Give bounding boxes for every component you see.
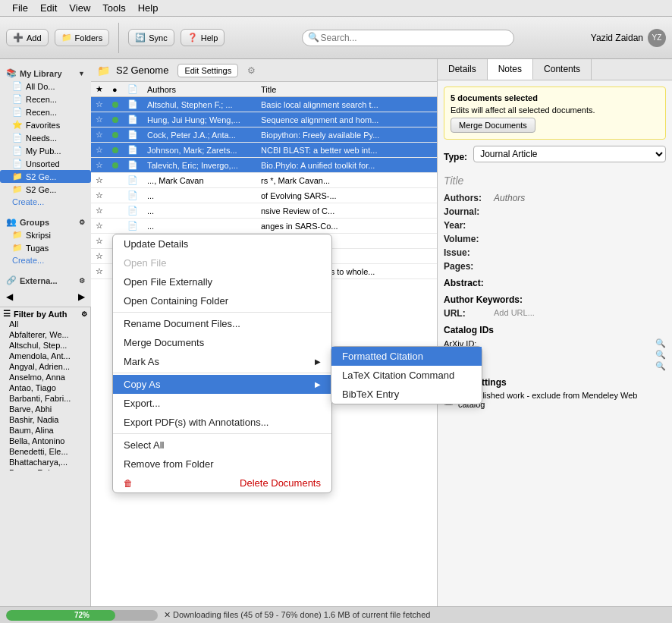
menu-help[interactable]: Help (132, 1, 165, 15)
menu-file[interactable]: File (6, 1, 34, 15)
scroll-left-arrow[interactable]: ◀ (6, 291, 13, 302)
col-header-authors[interactable]: Authors (143, 82, 256, 97)
row-star[interactable]: ☆ (91, 158, 108, 173)
row-star[interactable]: ☆ (91, 203, 108, 219)
edit-settings-button[interactable]: Edit Settings (177, 64, 238, 77)
menu-view[interactable]: View (63, 1, 96, 15)
table-row[interactable]: ☆ 📄 ... of Evolving SARS-... (91, 188, 437, 203)
table-row[interactable]: ☆ 📄 ... nsive Review of C... (91, 203, 437, 219)
context-export-pdf[interactable]: Export PDF(s) with Annotations... (113, 413, 331, 432)
row-star[interactable]: ☆ (91, 219, 108, 234)
context-open-containing-folder[interactable]: Open Containing Folder (113, 291, 331, 310)
row-title: of Evolving SARS-... (256, 188, 437, 203)
url-add[interactable]: Add URL... (494, 308, 535, 317)
sidebar-top: 📚 My Library ▼ 📄 All Do... 📄 Recen... 📄 (0, 59, 90, 307)
tab-notes[interactable]: Notes (488, 59, 533, 80)
filter-item-14[interactable]: Brown, Rebec... (3, 467, 87, 470)
filter-item-12[interactable]: Benedetti, Ele... (3, 446, 87, 457)
context-open-file-externally[interactable]: Open File Externally (113, 272, 331, 291)
context-rename-files[interactable]: Rename Document Files... (113, 314, 331, 333)
filter-item-7[interactable]: Barbanti, Fabri... (3, 393, 87, 404)
table-row[interactable]: ☆ 📄 Altschul, Stephen F.; ... Basic loca… (91, 97, 437, 112)
folders-button[interactable]: 📁 Folders (55, 29, 110, 46)
filter-item-2[interactable]: Altschul, Step... (3, 340, 87, 351)
filter-item-1[interactable]: Abfalterer, We... (3, 329, 87, 340)
filter-item-11[interactable]: Bella, Antonino (3, 436, 87, 446)
context-mark-as[interactable]: Mark As ▶ (113, 352, 331, 371)
filter-item-9[interactable]: Bashir, Nadia (3, 414, 87, 425)
filter-item-8[interactable]: Barve, Abhi (3, 404, 87, 414)
context-delete-documents[interactable]: 🗑 Delete Documents (113, 474, 331, 492)
filter-header[interactable]: ☰ Filter by Auth ⚙ (3, 309, 87, 319)
help-button[interactable]: ❓ Help (181, 29, 225, 46)
context-remove-from-folder[interactable]: Remove from Folder (113, 455, 331, 474)
table-row[interactable]: ☆ 📄 Talevich, Eric; Invergo,... Bio.Phyl… (91, 158, 437, 173)
row-star[interactable]: ☆ (91, 173, 108, 188)
row-star[interactable]: ☆ (91, 127, 108, 143)
sidebar-item-s2genome2[interactable]: 📁 S2 Ge... (0, 183, 91, 196)
sidebar-item-unsorted[interactable]: 📄 Unsorted (0, 157, 91, 170)
sidebar-item-favorites[interactable]: ⭐ Favorites (0, 118, 91, 131)
scroll-right-arrow[interactable]: ▶ (78, 291, 85, 302)
sidebar-item-needs[interactable]: 📄 Needs... (0, 131, 91, 144)
doi-search-icon[interactable]: 🔍 (655, 350, 666, 360)
filter-item-13[interactable]: Bhattacharya,... (3, 457, 87, 467)
add-button[interactable]: ➕ Add (6, 29, 49, 46)
context-open-file[interactable]: Open File (113, 253, 331, 272)
sidebar-item-mypub[interactable]: 📄 My Pub... (0, 144, 91, 157)
merge-documents-button[interactable]: Merge Documents (451, 118, 535, 133)
sidebar-item-tugas[interactable]: 📁 Tugas (0, 241, 91, 254)
filter-icon: ☰ (3, 309, 11, 319)
help-label: Help (201, 33, 218, 42)
row-star[interactable]: ☆ (91, 97, 108, 112)
create-folder-button[interactable]: Create... (0, 196, 91, 208)
info-box-subtitle: Edits will affect all selected documents… (451, 105, 659, 115)
arxiv-search-icon[interactable]: 🔍 (655, 338, 666, 348)
table-row[interactable]: ☆ 📄 ... anges in SARS-Co... (91, 219, 437, 234)
row-star[interactable]: ☆ (91, 143, 108, 158)
filter-item-5[interactable]: Anselmo, Anna (3, 372, 87, 382)
sidebar-item-s2genome1[interactable]: 📁 S2 Ge... (0, 170, 91, 183)
filter-item-all[interactable]: All (3, 319, 87, 329)
context-copy-as[interactable]: Copy As ▶ (113, 375, 331, 394)
filter-item-3[interactable]: Amendola, Ant... (3, 351, 87, 361)
filter-item-4[interactable]: Angyal, Adrien... (3, 361, 87, 372)
sidebar-item-skripsi[interactable]: 📁 Skripsi (0, 228, 91, 241)
folder-sync-icon[interactable]: ⚙ (247, 65, 256, 76)
sidebar-item-alldocs[interactable]: 📄 All Do... (0, 80, 91, 93)
create-group-button[interactable]: Create... (0, 254, 91, 266)
context-export[interactable]: Export... (113, 394, 331, 413)
toolbar-sync-group: 🔄 Sync (128, 29, 174, 46)
sidebar-item-recent2[interactable]: 📄 Recen... (0, 105, 91, 118)
type-select[interactable]: Journal Article (473, 146, 666, 162)
type-row: Type: Journal Article (444, 146, 666, 168)
row-type: 📄 (123, 127, 143, 143)
context-update-details[interactable]: Update Details (113, 234, 331, 253)
row-star[interactable]: ☆ (91, 234, 108, 249)
sync-button[interactable]: 🔄 Sync (128, 29, 174, 46)
menu-edit[interactable]: Edit (34, 1, 63, 15)
table-row[interactable]: ☆ 📄 Cock, Peter J.A.; Anta... Biopython:… (91, 127, 437, 143)
row-star[interactable]: ☆ (91, 112, 108, 127)
tab-contents[interactable]: Contents (533, 59, 592, 80)
pmid-search-icon[interactable]: 🔍 (655, 361, 666, 371)
context-merge-documents[interactable]: Merge Documents (113, 333, 331, 352)
table-row[interactable]: ☆ 📄 ..., Mark Cavan rs *, Mark Cavan... (91, 173, 437, 188)
col-header-title[interactable]: Title (256, 82, 437, 97)
search-input[interactable] (302, 30, 514, 46)
menu-tools[interactable]: Tools (96, 1, 131, 15)
submenu-bibtex-entry[interactable]: BibTeX Entry (331, 385, 482, 404)
table-row[interactable]: ☆ 📄 Johnson, Mark; Zarets... NCBI BLAST:… (91, 143, 437, 158)
sidebar-item-recent1[interactable]: 📄 Recen... (0, 93, 91, 105)
filter-item-6[interactable]: Antao, Tiago (3, 382, 87, 393)
row-star[interactable]: ☆ (91, 188, 108, 203)
submenu-latex-citation[interactable]: LaTeX Citation Command (331, 366, 482, 385)
context-select-all[interactable]: Select All (113, 436, 331, 455)
filter-item-10[interactable]: Baum, Alina (3, 425, 87, 436)
table-row[interactable]: ☆ 📄 Hung, Jui Hung; Weng,... Sequence al… (91, 112, 437, 127)
row-star[interactable]: ☆ (91, 264, 108, 279)
year-row: Year: (444, 220, 666, 231)
row-star[interactable]: ☆ (91, 249, 108, 264)
submenu-formatted-citation[interactable]: Formatted Citation (331, 347, 482, 366)
tab-details[interactable]: Details (438, 59, 488, 80)
